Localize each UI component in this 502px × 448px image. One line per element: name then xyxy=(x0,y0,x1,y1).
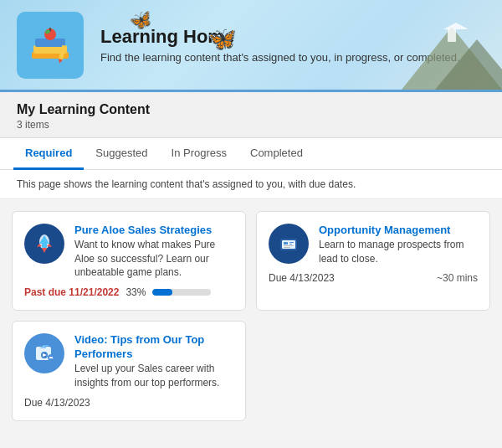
card-top-3: Video: Tips from Our Top Performers Leve… xyxy=(24,333,233,389)
duration-2: ~30 mins xyxy=(437,272,478,284)
svg-rect-10 xyxy=(448,29,456,42)
svg-rect-21 xyxy=(284,242,288,245)
banner-icon xyxy=(17,12,84,79)
mountain-decoration xyxy=(402,23,502,90)
card-footer-2: Due 4/13/2023 ~30 mins xyxy=(269,272,478,284)
rocket-icon xyxy=(24,224,64,264)
progress-fill xyxy=(152,289,172,296)
progress-bar xyxy=(152,289,211,296)
card-title-1[interactable]: Pure Aloe Sales Strategies xyxy=(74,224,233,238)
due-date-2: Due 4/13/2023 xyxy=(269,272,335,284)
card-text-2: Opportunity Management Learn to manage p… xyxy=(319,224,478,265)
progress-percent: 33% xyxy=(126,286,146,298)
card-opportunity[interactable]: Opportunity Management Learn to manage p… xyxy=(256,211,490,311)
card-title-3[interactable]: Video: Tips from Our Top Performers xyxy=(74,333,233,362)
tab-suggested[interactable]: Suggested xyxy=(84,138,159,170)
svg-rect-14 xyxy=(42,242,47,248)
card-text-3: Video: Tips from Our Top Performers Leve… xyxy=(74,333,233,389)
card-desc-1: Want to know what makes Pure Aloe so suc… xyxy=(74,238,233,280)
due-date-3: Due 4/13/2023 xyxy=(24,397,90,409)
card-footer-1: Past due 11/21/2022 33% xyxy=(24,286,233,298)
tab-required[interactable]: Required xyxy=(13,138,84,170)
card-desc-2: Learn to manage prospects from lead to c… xyxy=(319,238,478,266)
section-header: My Learning Content 3 items xyxy=(0,92,502,138)
tab-completed[interactable]: Completed xyxy=(238,138,315,170)
card-desc-3: Level up your Sales career with insights… xyxy=(74,362,233,390)
svg-rect-24 xyxy=(284,245,294,246)
past-due-label: Past due 11/21/2022 xyxy=(24,286,119,298)
section-count: 3 items xyxy=(17,119,485,131)
card-top: Pure Aloe Sales Strategies Want to know … xyxy=(24,224,233,280)
svg-rect-23 xyxy=(289,244,292,245)
svg-rect-25 xyxy=(284,247,290,248)
section-title: My Learning Content xyxy=(17,102,485,117)
banner: Learning Home Find the learning content … xyxy=(0,0,502,92)
opportunity-icon xyxy=(269,224,309,264)
card-video[interactable]: Video: Tips from Our Top Performers Leve… xyxy=(12,321,246,420)
content-area: Pure Aloe Sales Strategies Want to know … xyxy=(0,199,502,433)
card-footer-3: Due 4/13/2023 xyxy=(24,397,233,409)
tabs-container: Required Suggested In Progress Completed xyxy=(0,138,502,170)
card-text-1: Pure Aloe Sales Strategies Want to know … xyxy=(74,224,233,280)
card-top-2: Opportunity Management Learn to manage p… xyxy=(269,224,478,265)
tab-in-progress[interactable]: In Progress xyxy=(160,138,238,170)
svg-marker-11 xyxy=(443,23,469,29)
butterfly2-icon: 🦋 xyxy=(207,25,237,53)
card-title-2[interactable]: Opportunity Management xyxy=(319,224,478,238)
video-icon xyxy=(24,333,64,373)
page-description: This page shows the learning content tha… xyxy=(0,170,502,199)
card-pure-aloe[interactable]: Pure Aloe Sales Strategies Want to know … xyxy=(12,211,246,311)
svg-rect-22 xyxy=(289,242,294,243)
svg-marker-18 xyxy=(42,248,47,253)
